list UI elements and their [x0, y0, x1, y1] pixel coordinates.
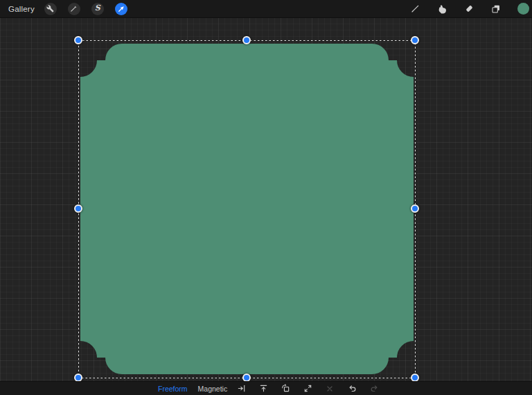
- adjustments-button[interactable]: [68, 3, 80, 15]
- selected-shape[interactable]: [80, 44, 414, 374]
- arrow-cursor-icon: [117, 5, 125, 13]
- flip-vertical-button[interactable]: [258, 384, 268, 394]
- transform-handle-top-center[interactable]: [242, 36, 251, 44]
- rotate-45-button[interactable]: [281, 384, 290, 394]
- transform-modes: Freeform Magnetic: [158, 382, 227, 395]
- mode-freeform[interactable]: Freeform: [158, 385, 188, 393]
- flip-horizontal-button[interactable]: [236, 384, 246, 394]
- smudge-button[interactable]: [436, 3, 448, 15]
- layers-icon: [490, 3, 502, 15]
- top-toolbar: Gallery S: [0, 0, 532, 18]
- transform-handle-middle-right[interactable]: [411, 204, 419, 213]
- paint-tools-group: [409, 3, 532, 15]
- undo-icon: [348, 384, 357, 393]
- color-button[interactable]: [517, 3, 529, 15]
- redo-button[interactable]: [369, 384, 379, 394]
- actions-button[interactable]: [44, 3, 57, 15]
- gallery-button[interactable]: Gallery: [8, 5, 35, 13]
- redo-icon: [370, 384, 379, 393]
- selection-button[interactable]: S: [91, 3, 104, 15]
- transform-toolbar: Freeform Magnetic: [0, 381, 532, 395]
- cancel-x-icon: [326, 385, 334, 393]
- fit-to-canvas-button[interactable]: [303, 384, 312, 394]
- flip-horizontal-icon: [237, 384, 246, 393]
- transform-handle-middle-left[interactable]: [74, 204, 82, 213]
- transform-button[interactable]: [115, 3, 127, 15]
- layers-button[interactable]: [490, 3, 502, 15]
- selection-s-icon: S: [95, 4, 100, 12]
- erase-button[interactable]: [463, 3, 475, 15]
- flip-vertical-icon: [259, 384, 268, 393]
- fit-to-canvas-icon: [303, 384, 312, 393]
- smudge-finger-icon: [437, 3, 447, 14]
- transform-handle-top-left[interactable]: [74, 36, 82, 44]
- color-swatch-icon: [517, 3, 529, 15]
- magic-wand-icon: [70, 5, 78, 12]
- mode-magnetic[interactable]: Magnetic: [198, 385, 228, 393]
- procreate-app: Gallery S: [0, 0, 532, 395]
- cancel-transform-button[interactable]: [325, 384, 335, 394]
- brush-icon: [409, 3, 420, 15]
- undo-button[interactable]: [347, 384, 357, 394]
- transform-handle-top-right[interactable]: [411, 36, 419, 44]
- wrench-icon: [46, 5, 54, 12]
- rotate-45-icon: [281, 384, 290, 393]
- transform-actions: [236, 382, 379, 395]
- eraser-icon: [464, 3, 475, 14]
- plaque-shape-path[interactable]: [80, 44, 414, 374]
- drawing-canvas[interactable]: [0, 17, 532, 382]
- paint-button[interactable]: [409, 3, 421, 15]
